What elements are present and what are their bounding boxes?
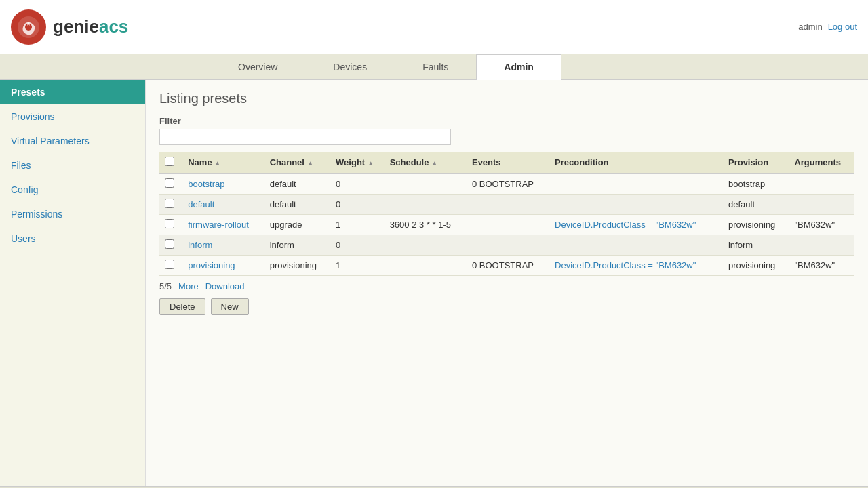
row-checkbox[interactable] [165, 260, 174, 269]
row-provision: default [723, 195, 789, 215]
row-schedule [384, 195, 467, 215]
table-row: firmware-rolloutupgrade13600 2 3 * * 1-5… [159, 215, 854, 235]
username-label: admin [798, 22, 822, 32]
main-nav: Overview Devices Faults Admin [0, 54, 868, 80]
row-channel: inform [264, 235, 330, 256]
row-provision: bootstrap [723, 174, 789, 195]
logout-link[interactable]: Log out [828, 22, 857, 32]
schedule-sort-icon[interactable]: ▴ [433, 159, 436, 167]
row-precondition [549, 235, 723, 256]
row-precondition [549, 195, 723, 215]
svg-point-1 [25, 24, 32, 30]
col-precondition: Precondition [549, 152, 723, 174]
name-sort-icon[interactable]: ▴ [216, 159, 219, 167]
logo-text: genieacs [53, 16, 128, 37]
page-title: Listing presets [159, 91, 854, 106]
nav-tab-admin[interactable]: Admin [476, 54, 561, 80]
action-buttons: Delete New [159, 298, 854, 315]
table-row: bootstrapdefault00 BOOTSTRAPbootstrap [159, 174, 854, 195]
pagination-count: 5/5 [159, 281, 172, 291]
row-checkbox[interactable] [165, 219, 174, 228]
preset-name-link[interactable]: firmware-rollout [188, 220, 249, 230]
header: genieacs admin Log out [0, 0, 868, 54]
table-row: informinform0inform [159, 235, 854, 256]
row-arguments [789, 235, 854, 256]
row-arguments: "BM632w" [789, 215, 854, 235]
row-checkbox[interactable] [165, 199, 174, 208]
pagination: 5/5 More Download [159, 281, 854, 291]
row-arguments [789, 195, 854, 215]
precondition-link[interactable]: DeviceID.ProductClass = "BM632w" [555, 260, 696, 270]
row-channel: default [264, 195, 330, 215]
logo-genie: genie [53, 16, 99, 37]
logo-icon [11, 9, 46, 45]
table-container: Name ▴ Channel ▴ Weight ▴ Schedule [159, 152, 854, 276]
col-weight: Weight ▴ [330, 152, 384, 174]
row-schedule [384, 256, 467, 276]
row-channel: upgrade [264, 215, 330, 235]
table-header-row: Name ▴ Channel ▴ Weight ▴ Schedule [159, 152, 854, 174]
nav-tab-overview[interactable]: Overview [210, 54, 305, 79]
row-precondition: DeviceID.ProductClass = "BM632w" [549, 215, 723, 235]
col-checkbox [159, 152, 182, 174]
col-channel: Channel ▴ [264, 152, 330, 174]
row-events: 0 BOOTSTRAP [467, 256, 549, 276]
row-checkbox[interactable] [165, 178, 174, 188]
row-weight: 0 [330, 195, 384, 215]
preset-name-link[interactable]: provisioning [188, 260, 235, 270]
row-precondition [549, 174, 723, 195]
col-provision: Provision [723, 152, 789, 174]
row-weight: 0 [330, 235, 384, 256]
filter-label: Filter [159, 116, 854, 126]
preset-name-link[interactable]: bootstrap [188, 179, 224, 189]
sidebar: Presets Provisions Virtual Parameters Fi… [0, 80, 146, 486]
row-weight: 1 [330, 256, 384, 276]
nav-tab-faults[interactable]: Faults [395, 54, 476, 79]
row-arguments: "BM632w" [789, 256, 854, 276]
delete-button[interactable]: Delete [159, 298, 205, 315]
weight-sort-icon[interactable]: ▴ [369, 159, 372, 167]
more-link[interactable]: More [178, 281, 199, 291]
preset-name-link[interactable]: inform [188, 240, 212, 250]
precondition-link[interactable]: DeviceID.ProductClass = "BM632w" [555, 220, 696, 230]
sidebar-item-permissions[interactable]: Permissions [0, 202, 145, 226]
sidebar-item-config[interactable]: Config [0, 178, 145, 202]
col-schedule: Schedule ▴ [384, 152, 467, 174]
row-provision: provisioning [723, 215, 789, 235]
row-checkbox[interactable] [165, 239, 174, 249]
sidebar-item-files[interactable]: Files [0, 153, 145, 178]
sidebar-item-users[interactable]: Users [0, 226, 145, 251]
row-schedule [384, 174, 467, 195]
col-name: Name ▴ [182, 152, 264, 174]
sidebar-item-provisions[interactable]: Provisions [0, 104, 145, 129]
nav-tab-devices[interactable]: Devices [305, 54, 395, 79]
row-arguments [789, 174, 854, 195]
row-events [467, 215, 549, 235]
sidebar-item-presets[interactable]: Presets [0, 80, 145, 104]
download-link[interactable]: Download [205, 281, 245, 291]
row-events [467, 195, 549, 215]
preset-name-link[interactable]: default [188, 199, 214, 209]
col-events: Events [467, 152, 549, 174]
logo-acs: acs [99, 16, 128, 37]
sidebar-item-virtual-parameters[interactable]: Virtual Parameters [0, 129, 145, 153]
row-weight: 0 [330, 174, 384, 195]
user-area: admin Log out [798, 22, 857, 32]
new-button[interactable]: New [211, 298, 249, 315]
row-provision: inform [723, 235, 789, 256]
row-channel: provisioning [264, 256, 330, 276]
col-arguments: Arguments [789, 152, 854, 174]
table-row: defaultdefault0default [159, 195, 854, 215]
table-row: provisioningprovisioning10 BOOTSTRAPDevi… [159, 256, 854, 276]
row-precondition: DeviceID.ProductClass = "BM632w" [549, 256, 723, 276]
layout: Presets Provisions Virtual Parameters Fi… [0, 80, 868, 486]
row-provision: provisioning [723, 256, 789, 276]
row-events [467, 235, 549, 256]
channel-sort-icon[interactable]: ▴ [309, 159, 312, 167]
logo: genieacs [11, 9, 128, 45]
row-schedule: 3600 2 3 * * 1-5 [384, 215, 467, 235]
row-schedule [384, 235, 467, 256]
table-body: bootstrapdefault00 BOOTSTRAPbootstrapdef… [159, 174, 854, 276]
select-all-checkbox[interactable] [165, 157, 174, 166]
filter-input[interactable] [159, 129, 451, 145]
